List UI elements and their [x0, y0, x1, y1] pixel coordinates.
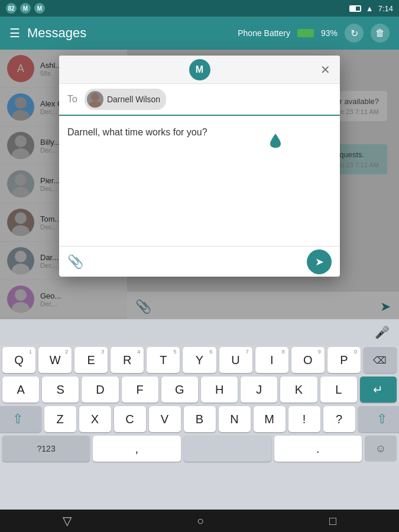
modal-close-button[interactable]: ✕: [320, 63, 330, 77]
teal-drop-indicator: [270, 134, 281, 150]
key-v[interactable]: V: [149, 406, 181, 432]
battery-percent: 93%: [321, 28, 338, 38]
key-period[interactable]: .: [274, 436, 362, 462]
battery-fill: [351, 7, 356, 11]
key-e[interactable]: 3E: [74, 347, 108, 373]
key-f[interactable]: F: [122, 377, 158, 403]
header-right: Phone Battery 93% ↻ 🗑: [238, 24, 390, 43]
keyboard-row-1: 1Q 2W 3E 4R 5T 6Y 7U 8I 9O 0P ⌫: [0, 345, 399, 375]
nav-back-button[interactable]: ▽: [63, 514, 72, 528]
key-p[interactable]: 0P: [327, 347, 361, 373]
header-left: ☰ Messages: [9, 25, 86, 41]
key-comma[interactable]: ,: [93, 436, 180, 462]
delete-button[interactable]: 🗑: [371, 24, 390, 43]
key-a[interactable]: A: [2, 377, 39, 403]
status-right: ▲ 7:14: [349, 4, 393, 13]
recipient-name: Darnell Wilson: [107, 95, 160, 104]
wifi-icon: ▲: [366, 4, 374, 13]
nav-bar: ▽ ○ □: [0, 510, 399, 532]
recipient-avatar: [87, 91, 103, 108]
action-bar: 📎 ➤: [59, 246, 340, 277]
battery-bar: [349, 5, 361, 12]
svg-point-12: [91, 93, 99, 101]
to-label: To: [67, 94, 77, 105]
battery-icon: [349, 5, 361, 12]
key-k[interactable]: K: [280, 377, 317, 403]
key-y[interactable]: 6Y: [183, 347, 216, 373]
key-shift-right[interactable]: ⇧: [358, 406, 400, 432]
nav-home-button[interactable]: ○: [197, 514, 204, 528]
key-d[interactable]: D: [82, 377, 118, 403]
key-i[interactable]: 8I: [255, 347, 288, 373]
key-u[interactable]: 7U: [219, 347, 252, 373]
key-z[interactable]: Z: [44, 406, 76, 432]
to-field: To Darnell Wilson: [59, 84, 340, 116]
nav-recent-button[interactable]: □: [329, 514, 336, 528]
svg-point-13: [88, 101, 102, 108]
key-q[interactable]: 1Q: [2, 347, 35, 373]
key-h[interactable]: H: [201, 377, 238, 403]
key-r[interactable]: 4R: [111, 347, 144, 373]
key-symbols[interactable]: ?123: [2, 436, 90, 462]
keyboard: 🎤 1Q 2W 3E 4R 5T 6Y 7U 8I 9O 0P ⌫ A S D …: [0, 319, 399, 510]
key-m[interactable]: M: [254, 406, 286, 432]
send-icon: ➤: [315, 255, 324, 268]
key-b[interactable]: B: [184, 406, 216, 432]
key-j[interactable]: J: [241, 377, 277, 403]
keyboard-bottom-row: ?123 , . ☺: [0, 434, 399, 463]
status-bar: 82 M M ▲ 7:14: [0, 0, 399, 17]
microphone-icon[interactable]: 🎤: [375, 325, 390, 339]
key-o[interactable]: 9O: [291, 347, 325, 373]
attach-button[interactable]: 📎: [67, 254, 83, 270]
modal-overlay: M ✕ To Darnell Wilson Darnell, what tim: [0, 50, 399, 327]
key-emoji[interactable]: ☺: [365, 436, 397, 462]
app-title: Messages: [27, 25, 86, 41]
key-w[interactable]: 2W: [38, 347, 72, 373]
keyboard-top-bar: 🎤: [0, 319, 399, 345]
battery-label: Phone Battery: [238, 28, 290, 38]
key-g[interactable]: G: [161, 377, 198, 403]
send-button[interactable]: ➤: [307, 249, 332, 274]
notification-m2: M: [34, 3, 45, 14]
key-question[interactable]: ?: [323, 406, 355, 432]
key-shift-left[interactable]: ⇧: [0, 406, 41, 432]
key-x[interactable]: X: [79, 406, 111, 432]
refresh-button[interactable]: ↻: [345, 24, 364, 43]
notification-m1: M: [20, 3, 31, 14]
status-notifications: 82 M M: [6, 3, 45, 14]
battery-indicator: [297, 29, 314, 37]
compose-modal: M ✕ To Darnell Wilson Darnell, what tim: [59, 56, 340, 277]
key-return[interactable]: ↵: [360, 377, 397, 403]
key-n[interactable]: N: [219, 406, 251, 432]
message-body[interactable]: Darnell, what time works for you?: [59, 116, 340, 246]
keyboard-row-3: ⇧ Z X C V B N M ! ? ⇧: [0, 404, 399, 434]
key-t[interactable]: 5T: [147, 347, 180, 373]
modal-logo: M: [189, 59, 210, 80]
key-backspace[interactable]: ⌫: [364, 347, 397, 373]
app-header: ☰ Messages Phone Battery 93% ↻ 🗑: [0, 17, 399, 50]
message-text: Darnell, what time works for you?: [67, 125, 332, 140]
key-exclaim[interactable]: !: [288, 406, 320, 432]
keyboard-row-2: A S D F G H J K L ↵: [0, 375, 399, 404]
recipient-chip[interactable]: Darnell Wilson: [85, 89, 166, 110]
time-display: 7:14: [378, 4, 393, 13]
key-c[interactable]: C: [114, 406, 146, 432]
key-space[interactable]: [184, 436, 271, 462]
notification-82: 82: [6, 3, 17, 14]
menu-icon[interactable]: ☰: [9, 26, 20, 40]
key-s[interactable]: S: [42, 377, 79, 403]
modal-header: M ✕: [59, 56, 340, 84]
key-l[interactable]: L: [320, 377, 357, 403]
